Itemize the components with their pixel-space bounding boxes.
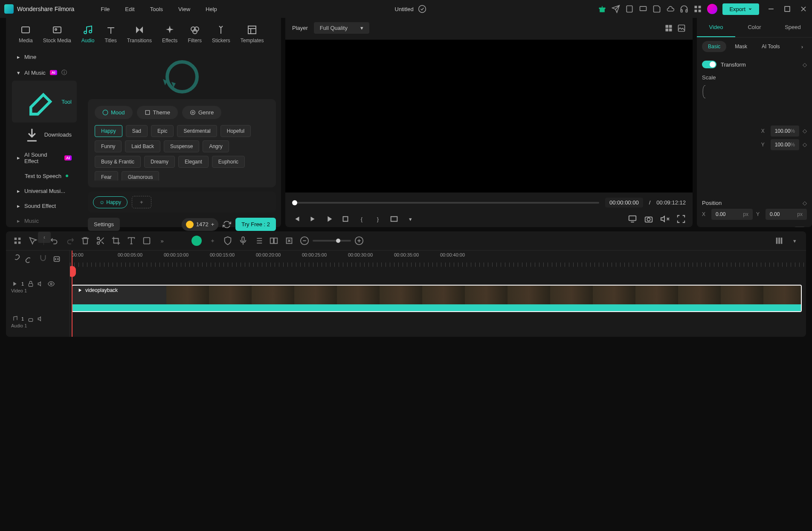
mark-out-icon[interactable]: } [373,214,383,224]
step-back-icon[interactable] [308,214,318,224]
mood-elegant[interactable]: Elegant [178,156,209,168]
apps-icon[interactable] [693,5,702,13]
tab-filters[interactable]: Filters [183,21,206,47]
props-tab-video[interactable]: Video [697,18,735,37]
collapse-sidebar-icon[interactable]: ‹ [38,232,51,243]
tl-chain-icon[interactable] [25,254,34,263]
menu-view[interactable]: View [172,3,196,15]
tablet-icon[interactable] [625,5,634,13]
mood-busy-frantic[interactable]: Busy & Frantic [95,156,141,168]
mood-sentimental[interactable]: Sentimental [177,125,217,137]
menu-file[interactable]: File [95,3,116,15]
mood-dreamy[interactable]: Dreamy [144,156,175,168]
refresh-icon[interactable] [223,220,231,229]
fullscreen-icon[interactable] [676,214,686,224]
tab-stickers[interactable]: Stickers [208,21,235,47]
play-icon[interactable] [325,214,334,224]
tl-link-icon[interactable] [11,254,20,263]
sidebar-ai-sound-effect[interactable]: ▸AI Sound EffectAI [12,147,77,169]
zoom-slider[interactable] [313,240,351,242]
track-mute-icon[interactable] [38,280,44,287]
player-viewport[interactable] [285,40,693,193]
zoom-in-icon[interactable] [354,236,364,245]
settings-button[interactable]: Settings [88,218,120,231]
mood-tab-genre[interactable]: Genre [182,106,221,119]
sidebar-text-to-speech[interactable]: Text to Speech [12,169,77,184]
tl-columns-chevron-icon[interactable]: ▾ [790,236,799,245]
transform-toggle[interactable] [702,61,716,68]
send-icon[interactable] [612,5,620,13]
add-mood-button[interactable]: + [132,196,151,208]
try-free-button[interactable]: Try Free : 2 [235,218,276,231]
sidebar-music[interactable]: ▸Music [12,213,77,228]
props-tab-speed[interactable]: Speed [774,18,812,37]
subtab-next-icon[interactable]: › [798,42,807,51]
aspect-chevron-icon[interactable]: ▾ [406,214,415,224]
user-avatar[interactable] [707,4,717,14]
display-icon[interactable] [628,214,637,224]
minimize-icon[interactable] [767,5,775,13]
tab-transitions[interactable]: Transitions [123,21,156,47]
pos-x-input[interactable]: 0.00px [711,209,753,220]
close-icon[interactable] [799,5,808,13]
subtab-ai-tools[interactable]: AI Tools [756,41,786,52]
scrub-track[interactable] [292,202,599,204]
track-audio-lock-icon[interactable] [27,315,34,322]
snapshot-icon[interactable] [644,214,653,224]
menu-help[interactable]: Help [200,3,223,15]
tab-templates[interactable]: Templates [236,21,268,47]
tl-apps-icon[interactable] [13,236,22,245]
subtab-basic[interactable]: Basic [702,41,726,52]
quality-select[interactable]: Full Quality▾ [314,22,369,34]
menu-edit[interactable]: Edit [119,3,140,15]
scale-x-keyframe-icon[interactable]: ◇ [803,128,807,134]
sidebar-universal-music[interactable]: ▸Universal Musi... [12,184,77,198]
tab-audio[interactable]: Audio [77,21,99,47]
tab-stock-media[interactable]: Stock Media [39,21,75,47]
tab-media[interactable]: Media [14,21,37,47]
tl-sparkle-icon[interactable]: ✦ [208,236,217,245]
mood-epic[interactable]: Epic [151,125,174,137]
maximize-icon[interactable] [783,5,792,13]
selected-mood-happy[interactable]: ☺ Happy [93,196,128,208]
tl-columns-icon[interactable] [774,236,784,245]
path-curve-toggle[interactable] [792,227,807,227]
image-view-icon[interactable] [677,24,686,32]
tl-undo-icon[interactable] [50,236,59,245]
props-tab-color[interactable]: Color [735,18,774,37]
tab-titles[interactable]: Titles [100,21,121,47]
aspect-icon[interactable] [389,214,399,224]
sidebar-tool[interactable]: Tool [12,81,77,123]
mood-hopeful[interactable]: Hopeful [220,125,251,137]
save-icon[interactable] [652,5,661,13]
mark-in-icon[interactable]: { [357,214,366,224]
subtab-mask[interactable]: Mask [729,41,753,52]
credits-badge[interactable]: 1472+ [182,218,219,231]
mood-happy[interactable]: Happy [95,125,122,137]
tl-fit-icon[interactable] [284,236,294,245]
mood-euphoric[interactable]: Euphoric [212,156,245,168]
scale-y-input[interactable]: 100.00% [771,139,799,150]
video-clip[interactable]: videoplayback [72,285,802,312]
tl-robot-icon[interactable] [52,254,61,263]
track-audio-mute-icon[interactable] [38,315,44,322]
tl-redo-icon[interactable] [65,236,75,245]
gift-icon[interactable] [598,5,606,13]
mood-funny[interactable]: Funny [95,140,122,152]
prev-frame-icon[interactable] [292,214,302,224]
stop-icon[interactable] [341,214,350,224]
tl-magnet-icon[interactable] [38,254,48,263]
cloud-icon[interactable] [666,5,675,13]
mood-tab-theme[interactable]: Theme [137,106,178,119]
sidebar-sound-effect[interactable]: ▸Sound Effect [12,198,77,213]
tab-effects[interactable]: Effects [158,21,182,47]
transform-keyframe-icon[interactable]: ◇ [803,61,807,68]
track-eye-icon[interactable] [48,280,55,287]
export-button[interactable]: Export [722,3,759,15]
screen-icon[interactable] [639,5,647,13]
scale-y-keyframe-icon[interactable]: ◇ [803,141,807,148]
link-scale-icon[interactable] [702,83,758,195]
position-keyframe-icon[interactable]: ◇ [803,200,807,206]
zoom-out-icon[interactable] [300,236,309,245]
pos-y-input[interactable]: 0.00px [766,209,807,220]
